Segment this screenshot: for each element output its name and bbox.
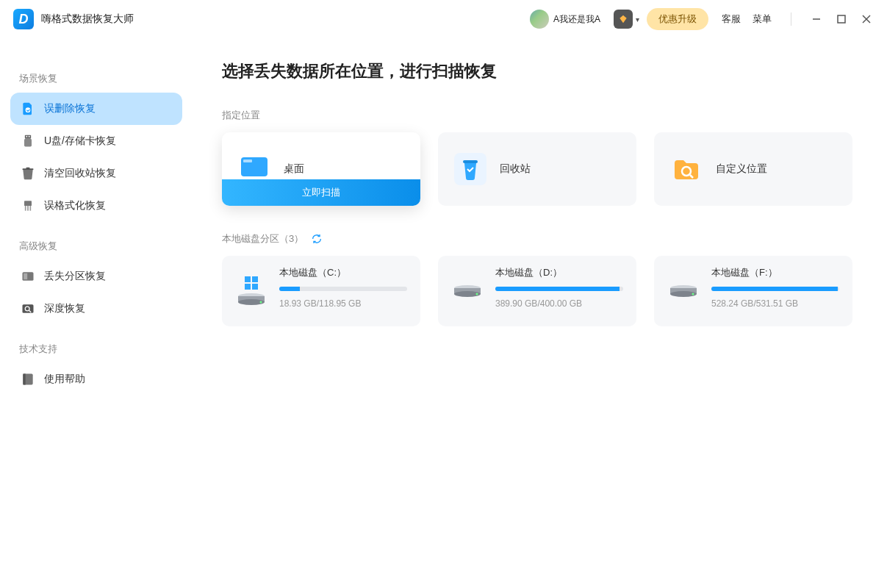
maximize-button[interactable] (834, 12, 849, 26)
sidebar-section-support: 技术支持 (19, 343, 182, 356)
sidebar-item-label: 清空回收站恢复 (44, 167, 116, 180)
sidebar-item-label: 丢失分区恢复 (44, 270, 106, 283)
partition-icon (21, 269, 35, 284)
app-logo-icon: D (13, 9, 34, 29)
folder-search-icon (670, 153, 703, 185)
usb-icon (21, 134, 35, 148)
svg-rect-12 (25, 206, 26, 211)
disk-size-label: 18.93 GB/118.95 GB (279, 298, 407, 309)
sidebar-item-help[interactable]: 使用帮助 (10, 363, 182, 395)
refresh-icon[interactable] (311, 233, 323, 245)
disk-card[interactable]: 本地磁盘（F:）528.24 GB/531.51 GB (654, 256, 852, 326)
svg-rect-10 (26, 168, 30, 170)
sidebar-item-usb-recovery[interactable]: U盘/存储卡恢复 (10, 125, 182, 157)
svg-rect-8 (24, 139, 32, 147)
sidebar-item-label: 使用帮助 (44, 373, 85, 386)
support-link[interactable]: 客服 (722, 12, 741, 26)
svg-rect-6 (26, 136, 28, 137)
disks-section-label: 本地磁盘分区（3） (222, 232, 858, 245)
menu-link[interactable]: 菜单 (753, 12, 772, 26)
sidebar-item-label: 深度恢复 (44, 302, 85, 315)
disk-usage-bar (495, 287, 623, 291)
sidebar-item-deep-recovery[interactable]: 深度恢复 (10, 293, 182, 325)
upgrade-button[interactable]: 优惠升级 (647, 8, 708, 30)
svg-rect-16 (24, 273, 27, 279)
disk-size-label: 389.90 GB/400.00 GB (495, 298, 623, 309)
sidebar-item-label: 误删除恢复 (44, 102, 96, 115)
book-icon (21, 372, 35, 387)
svg-rect-21 (23, 374, 25, 385)
titlebar: D 嗨格式数据恢复大师 A我还是我A ▾ 优惠升级 客服 菜单 (0, 0, 887, 38)
vip-dropdown-caret-icon[interactable]: ▾ (636, 15, 639, 24)
disk-usage-bar (711, 287, 839, 291)
brush-icon (21, 198, 35, 213)
disk-size-label: 528.24 GB/531.51 GB (711, 298, 839, 309)
svg-rect-23 (243, 159, 252, 162)
location-card-custom[interactable]: 自定义位置 (654, 132, 852, 206)
disk-drive-icon (235, 266, 267, 316)
sidebar-item-partition-recovery[interactable]: 丢失分区恢复 (10, 260, 182, 293)
svg-rect-13 (27, 206, 29, 211)
location-label: 回收站 (500, 162, 531, 176)
sidebar-item-recyclebin-recovery[interactable]: 清空回收站恢复 (10, 157, 182, 190)
sidebar-item-delete-recovery[interactable]: 误删除恢复 (10, 93, 182, 125)
svg-rect-29 (245, 284, 251, 290)
sidebar-section-scene: 场景恢复 (19, 72, 182, 85)
svg-rect-27 (245, 276, 251, 282)
svg-rect-1 (838, 15, 845, 23)
disk-name: 本地磁盘（C:） (279, 266, 407, 279)
app-title: 嗨格式数据恢复大师 (41, 12, 134, 26)
sidebar-item-format-recovery[interactable]: 误格式化恢复 (10, 190, 182, 222)
svg-rect-17 (23, 304, 34, 313)
locations-section-label: 指定位置 (222, 109, 858, 122)
page-heading: 选择丢失数据所在位置，进行扫描恢复 (222, 60, 858, 82)
location-card-recyclebin[interactable]: 回收站 (438, 132, 636, 206)
sidebar: 场景恢复 误删除恢复 U盘/存储卡恢复 清空回收站恢复 (0, 38, 193, 588)
svg-rect-11 (24, 201, 32, 206)
disk-name: 本地磁盘（F:） (711, 266, 839, 279)
location-label: 自定义位置 (716, 162, 767, 176)
trash-icon (21, 166, 35, 181)
username-label: A我还是我A (553, 13, 600, 26)
titlebar-divider (791, 12, 791, 26)
minimize-button[interactable] (809, 12, 824, 26)
sidebar-item-label: 误格式化恢复 (44, 199, 106, 212)
disk-card[interactable]: 本地磁盘（D:）389.90 GB/400.00 GB (438, 256, 636, 326)
svg-point-38 (476, 293, 478, 295)
disk-card[interactable]: 本地磁盘（C:）18.93 GB/118.95 GB (222, 256, 420, 326)
main-panel: 选择丢失数据所在位置，进行扫描恢复 指定位置 桌面 立即扫描 回收站 (193, 38, 887, 588)
recyclebin-icon (454, 153, 486, 185)
disk-drive-icon (667, 266, 700, 316)
file-recovery-icon (21, 101, 35, 116)
location-label: 桌面 (284, 162, 304, 176)
svg-point-34 (260, 301, 262, 304)
sidebar-item-label: U盘/存储卡恢复 (44, 135, 116, 148)
disks-label-text: 本地磁盘分区（3） (222, 232, 304, 245)
close-button[interactable] (859, 12, 874, 26)
svg-rect-14 (30, 206, 32, 211)
disk-name: 本地磁盘（D:） (495, 266, 623, 279)
svg-rect-24 (463, 160, 478, 163)
svg-rect-30 (252, 284, 258, 290)
svg-rect-5 (25, 135, 31, 139)
sidebar-section-advanced: 高级恢复 (19, 240, 182, 253)
avatar-icon (530, 10, 549, 29)
disk-drive-icon (451, 266, 484, 316)
vip-badge-icon[interactable] (614, 10, 633, 29)
svg-rect-28 (252, 276, 258, 282)
disk-usage-bar (279, 287, 407, 291)
svg-rect-7 (29, 136, 30, 137)
search-deep-icon (21, 301, 35, 316)
scan-now-button[interactable]: 立即扫描 (222, 179, 420, 206)
svg-point-42 (692, 293, 694, 295)
user-chip[interactable]: A我还是我A (530, 10, 600, 29)
location-card-desktop[interactable]: 桌面 立即扫描 (222, 132, 420, 206)
